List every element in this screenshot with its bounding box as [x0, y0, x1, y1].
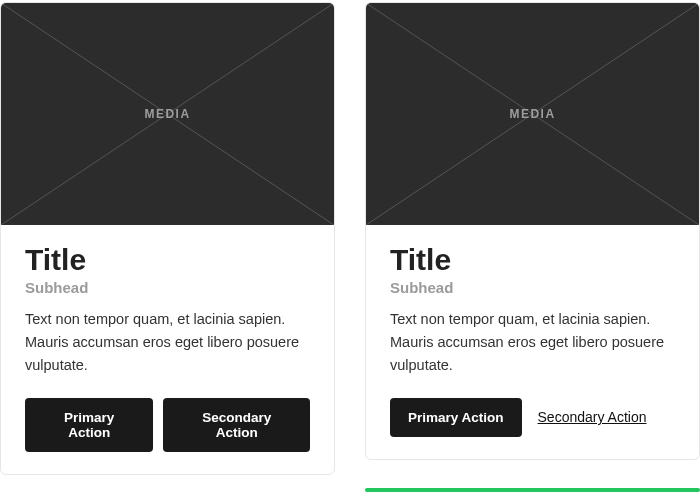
card-body: Title Subhead Text non tempor quam, et l…: [366, 225, 699, 459]
verdict-bar-good: [365, 488, 700, 492]
card-description: Text non tempor quam, et lacinia sapien.…: [390, 308, 675, 378]
card-title: Title: [390, 243, 675, 276]
media-placeholder: MEDIA: [366, 3, 699, 225]
media-placeholder: MEDIA: [1, 3, 334, 225]
card-subhead: Subhead: [25, 279, 310, 296]
card-body: Title Subhead Text non tempor quam, et l…: [1, 225, 334, 474]
card-actions: Primary Action Secondary Action: [25, 398, 310, 452]
bad-example-column: MEDIA Title Subhead Text non tempor quam…: [0, 2, 335, 501]
card-bad: MEDIA Title Subhead Text non tempor quam…: [0, 2, 335, 475]
secondary-action-link[interactable]: Secondary Action: [538, 409, 647, 425]
card-subhead: Subhead: [390, 279, 675, 296]
card-good: MEDIA Title Subhead Text non tempor quam…: [365, 2, 700, 460]
comparison-row: MEDIA Title Subhead Text non tempor quam…: [0, 0, 700, 501]
card-description: Text non tempor quam, et lacinia sapien.…: [25, 308, 310, 378]
good-example-column: MEDIA Title Subhead Text non tempor quam…: [365, 2, 700, 501]
card-title: Title: [25, 243, 310, 276]
primary-action-button[interactable]: Primary Action: [25, 398, 153, 452]
media-label: MEDIA: [509, 107, 555, 121]
media-label: MEDIA: [144, 107, 190, 121]
primary-action-button[interactable]: Primary Action: [390, 398, 522, 437]
secondary-action-button[interactable]: Secondary Action: [163, 398, 310, 452]
card-actions: Primary Action Secondary Action: [390, 398, 675, 437]
